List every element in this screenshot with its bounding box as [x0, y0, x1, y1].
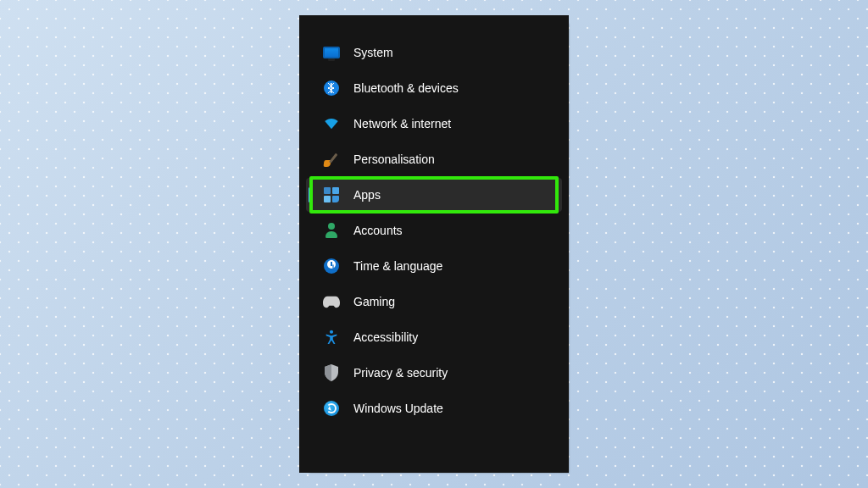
panel: System Bluetooth & devices Network & int… [299, 15, 569, 473]
person-icon [323, 222, 340, 239]
sidebar-item-label: Network & internet [353, 117, 451, 130]
clock-globe-icon [323, 258, 340, 274]
paintbrush-icon [323, 151, 340, 168]
sidebar-item-label: Bluetooth & devices [353, 81, 459, 95]
sidebar-item-windows-update[interactable]: Windows Update [306, 391, 562, 425]
sidebar-item-accessibility[interactable]: Accessibility [306, 320, 562, 354]
wifi-icon [323, 115, 340, 132]
update-sync-icon [323, 400, 340, 417]
apps-grid-icon [323, 186, 340, 203]
gamepad-icon [323, 293, 340, 310]
sidebar-item-bluetooth-devices[interactable]: Bluetooth & devices [306, 71, 562, 105]
sidebar-item-apps[interactable]: Apps [306, 178, 562, 212]
sidebar-item-accounts[interactable]: Accounts [306, 214, 562, 247]
sidebar-item-label: Windows Update [353, 402, 443, 415]
svg-point-0 [330, 330, 333, 334]
sidebar-item-label: Time & language [353, 259, 442, 273]
tutorial-highlight-box [309, 176, 559, 214]
sidebar-item-gaming[interactable]: Gaming [306, 285, 562, 319]
monitor-icon [323, 44, 340, 61]
shield-icon [323, 364, 340, 381]
sidebar-item-label: System [353, 46, 393, 59]
sidebar-item-network-internet[interactable]: Network & internet [306, 107, 562, 141]
settings-sidebar-panel: System Bluetooth & devices Network & int… [299, 15, 569, 473]
sidebar-item-label: Accounts [353, 224, 403, 237]
accessibility-icon [323, 329, 340, 346]
sidebar-item-time-language[interactable]: Time & language [306, 249, 562, 283]
sidebar-item-label: Apps [353, 188, 381, 202]
sidebar-item-label: Gaming [353, 295, 395, 308]
sidebar-item-label: Personalisation [353, 152, 435, 166]
sidebar-item-label: Privacy & security [353, 366, 448, 380]
bluetooth-icon [323, 80, 340, 97]
sidebar-item-label: Accessibility [353, 330, 418, 344]
sidebar-item-personalisation[interactable]: Personalisation [306, 142, 562, 176]
sidebar-item-privacy-security[interactable]: Privacy & security [306, 356, 562, 390]
sidebar-item-system[interactable]: System [306, 36, 562, 69]
